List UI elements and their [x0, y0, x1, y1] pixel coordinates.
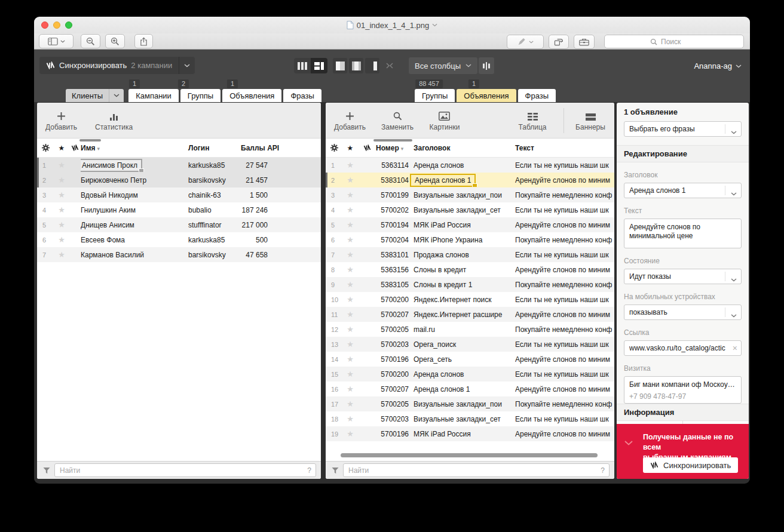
client-points-cell[interactable]: 1 500	[241, 191, 268, 199]
toggle-middle-panel-button[interactable]	[349, 58, 363, 73]
ad-title-cell[interactable]: МЯК iPhone Украина	[409, 236, 515, 244]
client-name-cell[interactable]: Карманов Василий	[81, 251, 188, 259]
ads-filter-input[interactable]	[343, 463, 610, 477]
clear-icon[interactable]: ×	[733, 343, 737, 353]
ad-id-cell[interactable]: 5700204	[376, 236, 409, 244]
table-row[interactable]: 4 ★ Гнилушкин Аким bubalio 187 246	[37, 202, 321, 217]
ad-text-cell[interactable]: Если ты не купишь наши шк	[515, 161, 614, 170]
star-icon[interactable]: ★	[342, 190, 358, 199]
horizontal-scrollbar[interactable]	[341, 453, 598, 457]
collapse-panels-button[interactable]	[382, 58, 397, 73]
all-columns-dropdown[interactable]: Все столбцы	[409, 57, 477, 74]
client-name-cell[interactable]: Гнилушкин Аким	[81, 206, 188, 214]
table-row[interactable]: 10 ★ 5700200 Яндекс.Интернет поиск Если …	[326, 292, 614, 307]
zoom-in-button[interactable]	[105, 34, 125, 48]
client-name-cell[interactable]: Днищев Анисим	[81, 221, 188, 229]
table-row[interactable]: 5 ★ 5700194 МЯК iPad Россия Арендуйте сл…	[326, 217, 614, 232]
ad-text-cell[interactable]: Арендуйте слонов по миним	[515, 176, 614, 184]
markup-pen-button[interactable]	[507, 35, 544, 49]
client-name-cell[interactable]: Вдовый Никодим	[81, 191, 188, 199]
table-row[interactable]: 3 ★ 5700199 Визуальные закладки_пои Поку…	[326, 187, 614, 202]
table-row[interactable]: 5 ★ Днищев Анисим stufffinator 217 000	[37, 217, 321, 232]
client-name-cell[interactable]: Бирюковченко Петр	[81, 176, 188, 184]
ad-text-cell[interactable]: Если ты не купишь наши шк	[515, 251, 614, 259]
ad-text-cell[interactable]: Покупайте немедленно конф	[515, 400, 614, 408]
toggle-right-panel-button[interactable]	[365, 58, 379, 73]
table-row[interactable]: 1 ★ 5363114 Аренда слонов Если ты не куп…	[326, 158, 614, 173]
table-row[interactable]: 4 ★ 5700202 Визуальные закладки_сет Если…	[326, 202, 614, 217]
tab-mid-ads[interactable]: Объявления	[457, 89, 516, 102]
client-points-cell[interactable]: 21 457	[241, 176, 268, 184]
client-login-cell[interactable]: bubalio	[188, 206, 241, 214]
ad-title-cell[interactable]: Слоны в кредит 1	[409, 281, 515, 289]
star-icon[interactable]: ★	[342, 161, 358, 170]
add-button[interactable]: Добавить	[45, 110, 77, 131]
ad-id-cell[interactable]: 5700196	[376, 355, 409, 364]
star-icon[interactable]: ★	[54, 220, 69, 229]
ad-id-cell[interactable]: 5383104	[376, 176, 409, 184]
ad-id-cell[interactable]: 5700196	[376, 430, 409, 438]
filter-help-button[interactable]: ?	[601, 466, 605, 475]
sync-state-column-icon[interactable]	[358, 144, 376, 151]
select-phrases-dropdown[interactable]: Выбрать его фразы	[624, 121, 742, 137]
table-row[interactable]: 7 ★ Карманов Василий barsikovsky 47 658	[37, 247, 321, 262]
markup-toolbox-button[interactable]	[574, 35, 595, 49]
client-login-cell[interactable]: karkuska85	[188, 236, 241, 244]
table-row[interactable]: 7 ★ 5383101 Продажа слонов Если ты не ку…	[326, 247, 614, 262]
ad-title-cell[interactable]: Аренда слонов 1	[409, 174, 515, 187]
images-button[interactable]: Картинки	[429, 110, 460, 131]
star-icon[interactable]: ★	[54, 235, 69, 244]
tab-clients-dropdown[interactable]	[109, 89, 124, 102]
ad-title-cell[interactable]: Аренда слонов	[409, 161, 515, 170]
tab-phrases[interactable]: Фразы	[283, 89, 321, 102]
ad-text-cell[interactable]: Если ты не купишь наши шк	[515, 206, 614, 214]
ad-title-cell[interactable]: mail.ru	[409, 325, 515, 334]
ad-text-cell[interactable]: Арендуйте слонов по миним	[515, 430, 614, 438]
ad-text-cell[interactable]: Покупайте немедленно конф	[515, 281, 614, 289]
ad-title-cell[interactable]: Аренда слонов	[409, 370, 515, 379]
ad-title-cell[interactable]: МЯК iPad Россия	[409, 221, 515, 229]
table-row[interactable]: 17 ★ 5700205 Визуальные закладки_пои Пок…	[326, 396, 614, 411]
ad-text-cell[interactable]: Арендуйте слонов по миним	[515, 385, 614, 393]
ad-title-cell[interactable]: МЯК iPad Россия	[409, 430, 515, 438]
column-header-title[interactable]: Заголовок	[409, 144, 515, 152]
ad-text-cell[interactable]: Арендуйте слонов по миним	[515, 266, 614, 274]
column-width-button[interactable]	[479, 57, 494, 74]
sync-button[interactable]: Синхронизировать 2 кампании	[39, 61, 179, 70]
zoom-out-button[interactable]	[81, 34, 100, 48]
tab-clients[interactable]: Клиенты	[66, 89, 124, 102]
client-points-cell[interactable]: 47 658	[241, 251, 268, 259]
ad-id-cell[interactable]: 5363114	[376, 161, 409, 170]
ad-title-cell[interactable]: Визуальные закладки_сет	[409, 415, 515, 423]
tab-mid-groups[interactable]: Группы	[415, 89, 455, 102]
statistics-button[interactable]: Статистика	[95, 110, 133, 131]
ad-id-cell[interactable]: 5700205	[376, 325, 409, 334]
client-login-cell[interactable]: stufffinator	[188, 221, 241, 229]
star-icon[interactable]: ★	[54, 176, 69, 184]
mobile-dropdown[interactable]: показывать	[624, 305, 742, 320]
account-menu[interactable]: Ananna-ag	[694, 61, 742, 70]
client-points-cell[interactable]: 217 000	[241, 221, 268, 229]
banners-view-button[interactable]: Баннеры	[575, 110, 606, 131]
ad-id-cell[interactable]: 5383105	[376, 281, 409, 289]
ad-text-cell[interactable]: Если ты не купишь наши шк	[515, 296, 614, 304]
table-row[interactable]: 16 ★ 5700207 Аренда слонов 1 Арендуйте с…	[326, 382, 614, 396]
table-row[interactable]: 2 ★ Бирюковченко Петр barsikovsky 21 457	[37, 173, 321, 187]
sync-options-button[interactable]	[179, 57, 195, 74]
ad-title-cell[interactable]: Яндекс.Интернет поиск	[409, 296, 515, 304]
ad-text-cell[interactable]: Арендуйте слонов по миним	[515, 310, 614, 319]
ad-id-cell[interactable]: 5700200	[376, 296, 409, 304]
star-icon[interactable]: ★	[342, 414, 358, 423]
filter-funnel-icon[interactable]	[332, 467, 339, 474]
horizontal-scrollbar[interactable]	[79, 139, 101, 142]
column-header-points[interactable]: Баллы API	[241, 144, 268, 152]
client-login-cell[interactable]: karkuska85	[188, 161, 241, 170]
table-row[interactable]: 18 ★ 5700203 Визуальные закладки_сет Есл…	[326, 411, 614, 426]
ad-id-cell[interactable]: 5700202	[376, 206, 409, 214]
text-field[interactable]: Арендуйте слонов по минимальной цене	[624, 219, 742, 248]
sync-state-column-icon[interactable]	[69, 144, 81, 151]
tab-groups[interactable]: Группы	[180, 89, 220, 102]
column-header-text[interactable]: Текст	[515, 144, 614, 152]
vcard-box[interactable]: Биг мани компани оф Москоу… +7 909 478-4…	[624, 376, 742, 404]
table-row[interactable]: 9 ★ 5383105 Слоны в кредит 1 Покупайте н…	[326, 277, 614, 292]
